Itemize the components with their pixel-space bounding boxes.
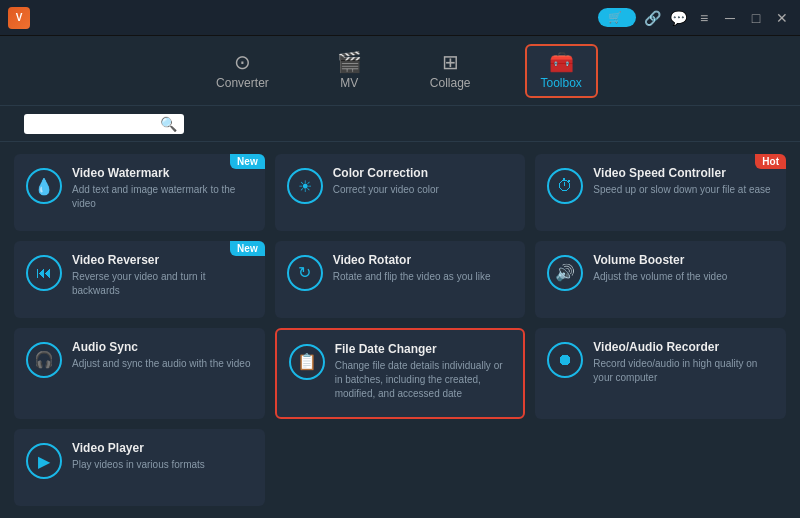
link-icon[interactable]: 🔗 [642,8,662,28]
tool-card-video-reverser[interactable]: New ⏮ Video Reverser Reverse your video … [14,241,265,318]
tool-card-video-watermark[interactable]: New 💧 Video Watermark Add text and image… [14,154,265,231]
title-video-rotator: Video Rotator [333,253,514,267]
content-video-audio-recorder: Video/Audio Recorder Record video/audio … [593,340,774,385]
content-video-watermark: Video Watermark Add text and image water… [72,166,253,211]
badge-video-watermark: New [230,154,265,169]
maximize-button[interactable]: □ [746,8,766,28]
icon-video-speed-controller: ⏱ [547,168,583,204]
icon-volume-booster: 🔊 [547,255,583,291]
icon-color-correction: ☀ [287,168,323,204]
title-file-date-changer: File Date Changer [335,342,512,356]
tool-card-video-audio-recorder[interactable]: ⏺ Video/Audio Recorder Record video/audi… [535,328,786,420]
content-video-player: Video Player Play videos in various form… [72,441,253,472]
desc-video-speed-controller: Speed up or slow down your file at ease [593,183,774,197]
title-audio-sync: Audio Sync [72,340,253,354]
app-logo: V [8,7,30,29]
desc-audio-sync: Adjust and sync the audio with the video [72,357,253,371]
menu-icon[interactable]: ≡ [694,8,714,28]
tools-grid: New 💧 Video Watermark Add text and image… [0,142,800,518]
minimize-button[interactable]: ─ [720,8,740,28]
icon-video-rotator: ↻ [287,255,323,291]
icon-video-reverser: ⏮ [26,255,62,291]
tab-collage[interactable]: ⊞ Collage [416,46,485,96]
title-video-watermark: Video Watermark [72,166,253,180]
mv-label: MV [340,76,358,90]
title-volume-booster: Volume Booster [593,253,774,267]
tool-card-file-date-changer[interactable]: 📋 File Date Changer Change file date det… [275,328,526,420]
close-button[interactable]: ✕ [772,8,792,28]
icon-video-player: ▶ [26,443,62,479]
tab-mv[interactable]: 🎬 MV [323,46,376,96]
desc-color-correction: Correct your video color [333,183,514,197]
title-video-player: Video Player [72,441,253,455]
content-video-speed-controller: Video Speed Controller Speed up or slow … [593,166,774,197]
tool-card-video-speed-controller[interactable]: Hot ⏱ Video Speed Controller Speed up or… [535,154,786,231]
cart-icon: 🛒 [608,11,622,24]
content-video-reverser: Video Reverser Reverse your video and tu… [72,253,253,298]
tool-card-video-rotator[interactable]: ↻ Video Rotator Rotate and flip the vide… [275,241,526,318]
title-bar-actions: 🛒 🔗 💬 ≡ ─ □ ✕ [598,8,792,28]
converter-icon: ⊙ [234,52,251,72]
desc-video-watermark: Add text and image watermark to the vide… [72,183,253,211]
title-video-audio-recorder: Video/Audio Recorder [593,340,774,354]
content-audio-sync: Audio Sync Adjust and sync the audio wit… [72,340,253,371]
content-video-rotator: Video Rotator Rotate and flip the video … [333,253,514,284]
badge-video-speed-controller: Hot [755,154,786,169]
title-bar: V 🛒 🔗 💬 ≡ ─ □ ✕ [0,0,800,36]
desc-video-audio-recorder: Record video/audio in high quality on yo… [593,357,774,385]
chat-icon[interactable]: 💬 [668,8,688,28]
collage-label: Collage [430,76,471,90]
desc-file-date-changer: Change file date details individually or… [335,359,512,401]
desc-video-rotator: Rotate and flip the video as you like [333,270,514,284]
tool-card-color-correction[interactable]: ☀ Color Correction Correct your video co… [275,154,526,231]
tool-card-video-player[interactable]: ▶ Video Player Play videos in various fo… [14,429,265,506]
search-icon[interactable]: 🔍 [160,116,177,132]
desc-video-reverser: Reverse your video and turn it backwards [72,270,253,298]
badge-video-reverser: New [230,241,265,256]
search-input[interactable] [30,117,160,131]
desc-video-player: Play videos in various formats [72,458,253,472]
tool-card-audio-sync[interactable]: 🎧 Audio Sync Adjust and sync the audio w… [14,328,265,420]
desc-volume-booster: Adjust the volume of the video [593,270,774,284]
tab-toolbox[interactable]: 🧰 Toolbox [525,44,598,98]
content-color-correction: Color Correction Correct your video colo… [333,166,514,197]
icon-video-watermark: 💧 [26,168,62,204]
title-color-correction: Color Correction [333,166,514,180]
toolbox-icon: 🧰 [549,52,574,72]
tab-converter[interactable]: ⊙ Converter [202,46,283,96]
icon-video-audio-recorder: ⏺ [547,342,583,378]
pricing-button[interactable]: 🛒 [598,8,636,27]
title-video-reverser: Video Reverser [72,253,253,267]
content-volume-booster: Volume Booster Adjust the volume of the … [593,253,774,284]
toolbox-label: Toolbox [541,76,582,90]
tool-card-volume-booster[interactable]: 🔊 Volume Booster Adjust the volume of th… [535,241,786,318]
tab-navigation: ⊙ Converter 🎬 MV ⊞ Collage 🧰 Toolbox [0,36,800,106]
icon-file-date-changer: 📋 [289,344,325,380]
converter-label: Converter [216,76,269,90]
collage-icon: ⊞ [442,52,459,72]
mv-icon: 🎬 [337,52,362,72]
search-bar: 🔍 [0,106,800,142]
title-video-speed-controller: Video Speed Controller [593,166,774,180]
search-input-wrap: 🔍 [24,114,184,134]
content-file-date-changer: File Date Changer Change file date detai… [335,342,512,401]
icon-audio-sync: 🎧 [26,342,62,378]
